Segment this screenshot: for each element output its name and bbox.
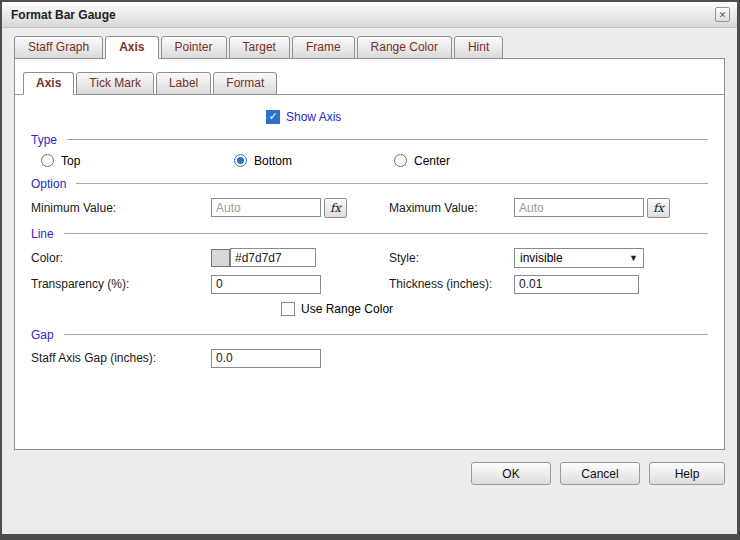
maximum-value-label: Maximum Value: xyxy=(389,201,514,215)
tab-pointer[interactable]: Pointer xyxy=(161,36,227,59)
radio-top-icon xyxy=(41,154,54,167)
tab-hint[interactable]: Hint xyxy=(454,36,503,59)
show-axis-label: Show Axis xyxy=(286,110,341,124)
style-select[interactable]: invisible ▼ xyxy=(514,248,644,268)
main-tabbar: Staff Graph Axis Pointer Target Frame Ra… xyxy=(2,28,737,59)
type-section-label: Type xyxy=(31,133,67,147)
transparency-label: Transparency (%): xyxy=(31,277,211,291)
radio-center-icon xyxy=(394,154,407,167)
minimum-value-label: Minimum Value: xyxy=(31,201,211,215)
radio-center-label: Center xyxy=(414,154,450,168)
thickness-input[interactable] xyxy=(514,275,639,294)
tab-target[interactable]: Target xyxy=(229,36,290,59)
transparency-input[interactable] xyxy=(211,275,321,294)
section-divider xyxy=(64,233,708,234)
ok-button[interactable]: OK xyxy=(471,462,551,485)
subtab-tick-mark[interactable]: Tick Mark xyxy=(76,72,154,95)
use-range-color-checkbox[interactable]: Use Range Color xyxy=(281,302,393,316)
style-select-value: invisible xyxy=(520,251,563,265)
dialog-title: Format Bar Gauge xyxy=(11,8,116,22)
tab-axis[interactable]: Axis xyxy=(105,36,158,59)
radio-top-label: Top xyxy=(61,154,80,168)
type-section-header: Type xyxy=(31,133,708,147)
radio-top[interactable]: Top xyxy=(41,154,234,168)
radio-bottom[interactable]: Bottom xyxy=(234,154,394,168)
title-bar: Format Bar Gauge ✕ xyxy=(2,2,737,28)
close-icon[interactable]: ✕ xyxy=(715,7,730,22)
dialog-footer: OK Cancel Help xyxy=(14,462,725,485)
subtab-label[interactable]: Label xyxy=(156,72,211,95)
checkbox-icon xyxy=(281,302,295,316)
radio-center[interactable]: Center xyxy=(394,154,450,168)
option-section-header: Option xyxy=(31,177,708,191)
minimum-fx-button[interactable]: fx xyxy=(324,198,347,218)
section-divider xyxy=(64,334,708,335)
use-range-color-label: Use Range Color xyxy=(301,302,393,316)
color-input[interactable] xyxy=(230,248,316,267)
gap-section-label: Gap xyxy=(31,328,64,342)
staff-axis-gap-input[interactable] xyxy=(211,349,321,368)
subtab-format[interactable]: Format xyxy=(213,72,277,95)
axis-type-radio-group: Top Bottom Center xyxy=(31,154,708,168)
thickness-label: Thickness (inches): xyxy=(389,277,514,291)
tab-staff-graph[interactable]: Staff Graph xyxy=(14,36,103,59)
color-label: Color: xyxy=(31,251,211,265)
color-swatch[interactable] xyxy=(211,249,230,267)
section-divider xyxy=(76,183,708,184)
sub-tabbar: Axis Tick Mark Label Format xyxy=(15,65,724,95)
section-divider xyxy=(67,139,708,140)
minimum-value-input[interactable] xyxy=(211,198,321,217)
chevron-down-icon: ▼ xyxy=(629,253,638,263)
line-section-label: Line xyxy=(31,227,64,241)
tab-range-color[interactable]: Range Color xyxy=(357,36,452,59)
gap-section-header: Gap xyxy=(31,328,708,342)
dialog-format-bar-gauge: Format Bar Gauge ✕ Staff Graph Axis Poin… xyxy=(0,0,740,540)
option-section-label: Option xyxy=(31,177,76,191)
maximum-value-input[interactable] xyxy=(514,198,644,217)
staff-axis-gap-label: Staff Axis Gap (inches): xyxy=(31,351,211,365)
maximum-fx-button[interactable]: fx xyxy=(647,198,670,218)
style-label: Style: xyxy=(389,251,514,265)
show-axis-checkbox[interactable]: ✓ Show Axis xyxy=(266,110,341,124)
line-section-header: Line xyxy=(31,227,708,241)
subtab-axis[interactable]: Axis xyxy=(23,72,74,95)
radio-bottom-label: Bottom xyxy=(254,154,292,168)
help-button[interactable]: Help xyxy=(649,462,725,485)
checkbox-check-icon: ✓ xyxy=(266,110,280,124)
axis-panel: Axis Tick Mark Label Format ✓ Show Axis … xyxy=(14,58,725,450)
cancel-button[interactable]: Cancel xyxy=(560,462,640,485)
radio-bottom-icon xyxy=(234,154,247,167)
tab-frame[interactable]: Frame xyxy=(292,36,355,59)
